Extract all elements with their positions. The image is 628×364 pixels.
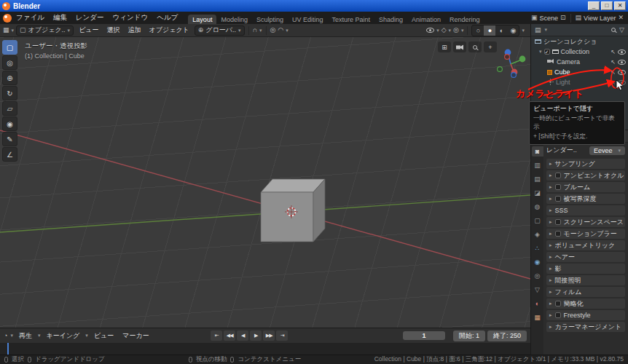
panel-volumetrics[interactable]: ▸ボリューメトリック [546,240,625,250]
panel-checkbox[interactable] [555,173,561,178]
tab-world-properties[interactable]: ◍ [532,202,543,212]
tab-animation[interactable]: Animation [407,15,445,24]
selectable-pointer-icon[interactable]: ↖ [611,59,616,66]
visibility-eye-icon[interactable] [426,28,434,33]
tab-constraint-properties[interactable]: ◎ [532,271,543,281]
render-engine-dropdown[interactable]: Eevee ▾ [589,146,625,155]
editor-type-outliner-icon[interactable]: ▤ [535,27,541,33]
tab-object-data-properties[interactable]: ▽ [532,285,543,295]
disclosure-triangle-icon[interactable]: ▾ [539,49,542,55]
selectable-pointer-icon[interactable]: ↖ [611,69,616,76]
cube-object[interactable] [261,179,325,242]
menu-marker[interactable]: マーカー [119,331,152,341]
menu-add[interactable]: 追加 [125,25,144,35]
transform-orientation-dropdown[interactable]: ⊕ グローバ.. ▾ [195,25,245,36]
browse-scene-icon[interactable]: ⊡ [560,15,566,21]
shading-solid-button[interactable]: ● [484,25,495,36]
overlays-icon[interactable]: ◎ [453,27,459,33]
menu-help[interactable]: ヘルプ [152,13,182,23]
frame-end-field[interactable]: 終了: 250 [487,331,527,341]
filter-icon[interactable]: ▽ [619,27,624,33]
panel-motion-blur[interactable]: ▸モーションブラー [546,229,625,239]
tab-particle-properties[interactable]: ∴ [532,243,543,253]
measure-tool[interactable]: ∠ [2,147,17,162]
tab-sculpting[interactable]: Sculpting [252,15,288,24]
menu-select[interactable]: 選択 [104,25,123,35]
tab-modeling[interactable]: Modeling [216,15,252,24]
proportional-editing-icon[interactable]: ◎ [270,27,276,33]
hide-in-viewport-eye-icon[interactable] [618,80,626,85]
rotate-tool[interactable]: ↻ [2,86,17,100]
menu-view[interactable]: ビュー [76,25,101,35]
tab-texture-paint[interactable]: Texture Paint [327,15,374,24]
menu-render[interactable]: レンダー [71,13,109,23]
play-reverse-button[interactable]: ◀ [237,331,248,341]
viewport-canvas[interactable]: ▢ ◎ ⊕ ↻ ▱ ◉ ✎ ∠ ユーザー・透視投影 (1) Collection… [0,37,530,328]
playhead-marker[interactable] [7,343,9,355]
panel-checkbox[interactable] [555,184,561,190]
box-select-tool[interactable]: ▢ [2,40,17,55]
tab-rendering[interactable]: Rendering [445,15,484,24]
tab-texture-properties[interactable]: ▦ [532,312,543,323]
search-icon[interactable] [611,28,616,32]
menu-playback[interactable]: 再生 [16,331,35,341]
outliner-row-cube[interactable]: Cube ↖ [531,67,628,77]
gizmo-y-axis[interactable] [519,56,526,63]
tab-view-layer-properties[interactable]: ▤ [532,174,543,184]
panel-checkbox[interactable] [555,301,561,306]
shading-wireframe-button[interactable]: ○ [472,25,484,36]
tab-physics-properties[interactable]: ◉ [532,257,543,267]
menu-keying[interactable]: キーイング [43,331,82,341]
tab-render-properties[interactable]: ◙ [532,146,543,157]
panel-checkbox[interactable] [555,312,561,318]
panel-checkbox[interactable] [555,219,561,225]
selectable-pointer-icon[interactable]: ↖ [611,79,616,86]
panel-film[interactable]: ▸フィルム [546,287,625,297]
menu-file[interactable]: ファイル [12,13,49,23]
current-frame-field[interactable]: 1 [403,331,445,340]
outliner-row-scene-collection[interactable]: シーンコレクショ [531,36,628,47]
scale-tool[interactable]: ▱ [2,101,17,116]
outliner-row-collection[interactable]: ▾ Collection ↖ [531,47,628,57]
menu-view-timeline[interactable]: ビュー [91,331,117,341]
tab-modifier-properties[interactable]: ◈ [532,229,543,240]
falloff-icon[interactable]: ◠ [278,27,283,33]
panel-checkbox[interactable] [555,231,561,237]
timeline-track[interactable] [0,343,530,355]
panel-color-management[interactable]: ▸カラーマネージメント [546,322,625,332]
zoom-icon[interactable] [468,41,482,52]
gizmos-icon[interactable]: ◇ [441,27,447,33]
transform-tool[interactable]: ◉ [2,116,17,131]
collection-checkbox[interactable] [544,49,550,55]
next-keyframe-button[interactable]: ▶▶ [263,331,275,341]
tab-object-properties[interactable]: ▢ [532,215,543,226]
tab-uv-editing[interactable]: UV Editing [288,15,328,24]
panel-bloom[interactable]: ▸ブルーム [546,182,625,192]
panel-screen-space[interactable]: ▸スクリーンスペース [546,217,625,227]
perspective-grid-icon[interactable]: ⊞ [438,41,451,52]
play-button[interactable]: ▶ [250,331,262,341]
editor-type-3d-viewport-icon[interactable]: ▦ [3,27,9,33]
move-tool[interactable]: ⊕ [2,71,17,85]
scene-selector[interactable]: Scene [540,15,559,22]
menu-window[interactable]: ウィンドウ [109,13,153,23]
hide-in-viewport-eye-icon[interactable] [618,50,626,55]
shading-material-button[interactable]: ◐ [495,25,507,36]
tab-output-properties[interactable]: ▥ [532,160,543,170]
mode-dropdown[interactable]: ▢ オブジェク.. ▾ [16,25,74,36]
shading-rendered-button[interactable]: ◉ [507,25,519,36]
hide-in-viewport-eye-icon[interactable] [618,60,626,65]
panel-shadows[interactable]: ▸影 [546,264,625,274]
remove-view-layer-icon[interactable]: ✕ [618,15,624,21]
blender-menu-icon[interactable] [3,14,12,23]
panel-sss[interactable]: ▸SSS [546,205,625,215]
cursor-tool[interactable]: ◎ [2,55,17,70]
close-button[interactable]: ✕ [614,1,626,10]
tab-shading[interactable]: Shading [374,15,407,24]
menu-edit[interactable]: 編集 [49,13,71,23]
annotate-tool[interactable]: ✎ [2,132,17,146]
maximize-button[interactable]: □ [601,1,613,10]
minimize-button[interactable]: _ [588,1,600,10]
jump-to-end-button[interactable]: ⇥ [276,331,288,341]
view-layer-selector[interactable]: View Layer [584,15,616,22]
